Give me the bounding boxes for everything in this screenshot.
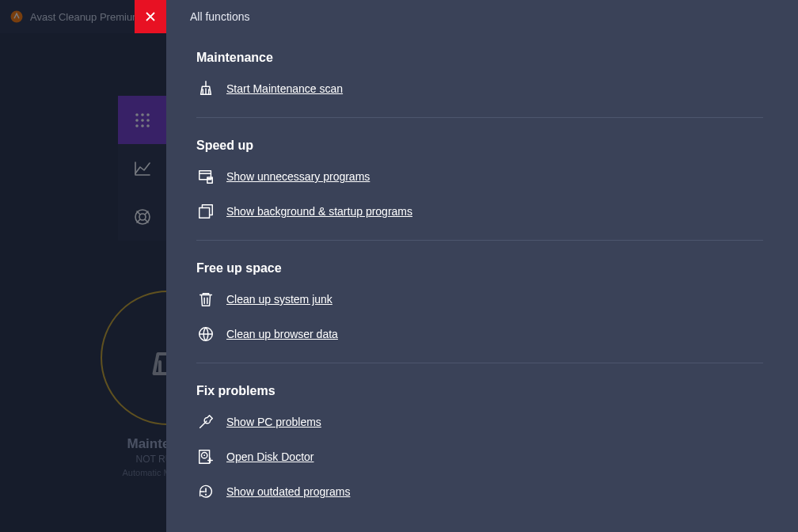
svg-point-18 [203, 454, 205, 456]
svg-rect-14 [200, 207, 210, 218]
item-label: Open Disk Doctor [226, 450, 314, 463]
item-clean-up-browser-data[interactable]: Clean up browser data [196, 325, 763, 344]
section-fix-problems: Fix problems Show PC problems Open Disk … [196, 384, 763, 520]
broom-icon [196, 79, 215, 98]
panel-title: All functions [166, 10, 249, 23]
item-label: Show PC problems [226, 416, 321, 428]
item-show-outdated-programs[interactable]: Show outdated programs [196, 482, 763, 501]
item-label: Clean up browser data [226, 328, 338, 340]
item-start-maintenance-scan[interactable]: Start Maintenance scan [196, 79, 763, 98]
trash-icon [196, 290, 215, 309]
item-label: Clean up system junk [226, 293, 332, 306]
item-clean-up-system-junk[interactable]: Clean up system junk [196, 290, 763, 309]
item-show-background-startup-programs[interactable]: Show background & startup programs [196, 202, 763, 221]
svg-point-19 [205, 494, 207, 496]
alert-refresh-icon [196, 482, 215, 501]
item-show-unnecessary-programs[interactable]: Show unnecessary programs [196, 167, 763, 186]
panel-body[interactable]: Maintenance Start Maintenance scan Speed… [166, 33, 798, 532]
panel-header: All functions [166, 0, 798, 33]
item-label: Show background & startup programs [226, 205, 412, 218]
section-maintenance: Maintenance Start Maintenance scan [196, 51, 763, 118]
item-label: Start Maintenance scan [226, 82, 343, 95]
item-label: Show outdated programs [226, 485, 350, 498]
disk-doctor-icon [196, 447, 215, 466]
item-show-pc-problems[interactable]: Show PC problems [196, 412, 763, 431]
section-heading: Speed up [196, 139, 763, 153]
item-open-disk-doctor[interactable]: Open Disk Doctor [196, 447, 763, 466]
section-heading: Free up space [196, 261, 763, 276]
globe-icon [196, 325, 215, 344]
section-heading: Maintenance [196, 51, 763, 65]
section-speed-up: Speed up Show unnecessary programs Show … [196, 139, 763, 241]
section-free-up-space: Free up space Clean up system junk Clean… [196, 261, 763, 363]
section-heading: Fix problems [196, 384, 763, 398]
wrench-icon [196, 412, 215, 431]
item-label: Show unnecessary programs [226, 170, 370, 183]
close-button[interactable] [135, 0, 166, 33]
windows-stack-icon [196, 202, 215, 221]
all-functions-panel: All functions Maintenance Start Maintena… [166, 0, 798, 532]
close-icon [145, 11, 156, 22]
window-trash-icon [196, 167, 215, 186]
